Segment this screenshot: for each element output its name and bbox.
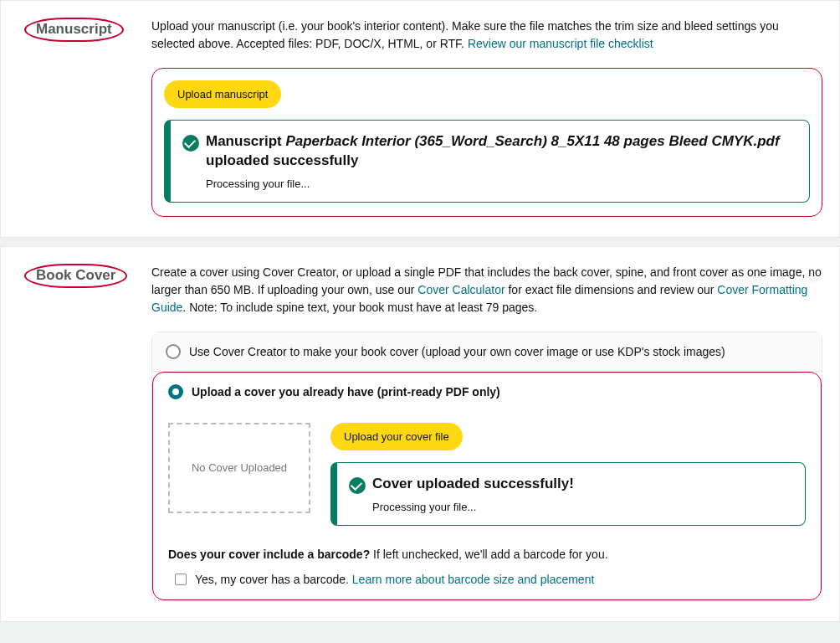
cover-success-title: Cover uploaded successfully! <box>372 475 790 494</box>
cover-desc-text2: for exact file dimensions and review our <box>505 283 718 296</box>
cover-description: Create a cover using Cover Creator, or u… <box>151 264 822 316</box>
manuscript-success-filename: Paperback Interior (365_Word_Search) 8_5… <box>285 133 779 149</box>
radio-selected-icon <box>168 384 183 399</box>
cover-option-creator-label: Use Cover Creator to make your book cove… <box>189 345 725 358</box>
barcode-checkbox[interactable] <box>175 574 187 585</box>
cover-placeholder: No Cover Uploaded <box>168 423 310 513</box>
cover-placeholder-text: No Cover Uploaded <box>192 461 287 474</box>
manuscript-processing-text: Processing your file... <box>206 177 794 190</box>
cover-section-label: Book Cover <box>18 264 151 288</box>
cover-option-upload-label: Upload a cover you already have (print-r… <box>192 385 500 399</box>
cover-calculator-link[interactable]: Cover Calculator <box>417 283 505 296</box>
barcode-check-label: Yes, my cover has a barcode. <box>195 573 352 586</box>
radio-icon <box>166 344 181 359</box>
manuscript-heading: Manuscript <box>24 18 124 42</box>
cover-desc-text3: . Note: To include spine text, your book… <box>182 301 537 314</box>
check-circle-icon <box>349 477 366 494</box>
cover-upload-callout: Upload a cover you already have (print-r… <box>152 372 822 600</box>
cover-processing-text: Processing your file... <box>372 501 790 513</box>
manuscript-success-post: uploaded successfully <box>206 152 358 168</box>
check-circle-icon <box>182 135 199 152</box>
cover-option-upload[interactable]: Upload a cover you already have (print-r… <box>165 373 809 411</box>
upload-manuscript-button[interactable]: Upload manuscript <box>164 80 281 108</box>
manuscript-panel: Manuscript Upload your manuscript (i.e. … <box>0 0 840 238</box>
manuscript-description: Upload your manuscript (i.e. your book's… <box>151 18 822 53</box>
manuscript-upload-callout: Upload manuscript Manuscript Paperback I… <box>151 68 822 217</box>
upload-cover-button[interactable]: Upload your cover file <box>330 423 463 450</box>
barcode-checkbox-row[interactable]: Yes, my cover has a barcode. Learn more … <box>168 573 806 586</box>
cover-option-creator[interactable]: Use Cover Creator to make your book cove… <box>152 332 822 372</box>
barcode-question-bold: Does your cover include a barcode? <box>168 548 370 561</box>
manuscript-success-box: Manuscript Paperback Interior (365_Word_… <box>164 120 810 203</box>
manuscript-success-title: Manuscript Paperback Interior (365_Word_… <box>206 132 794 171</box>
manuscript-checklist-link[interactable]: Review our manuscript file checklist <box>468 37 653 50</box>
cover-heading: Book Cover <box>24 264 127 288</box>
barcode-learn-more-link[interactable]: Learn more about barcode size and placem… <box>352 573 595 586</box>
barcode-question-rest: If left unchecked, we'll add a barcode f… <box>370 548 607 561</box>
manuscript-section-label: Manuscript <box>18 18 151 42</box>
book-cover-panel: Book Cover Create a cover using Cover Cr… <box>0 246 840 622</box>
manuscript-success-pre: Manuscript <box>206 133 285 149</box>
cover-option-group: Use Cover Creator to make your book cove… <box>151 332 822 601</box>
manuscript-desc-text: Upload your manuscript (i.e. your book's… <box>151 19 779 50</box>
barcode-question: Does your cover include a barcode? If le… <box>168 548 806 561</box>
cover-success-box: Cover uploaded successfully! Processing … <box>330 462 806 526</box>
